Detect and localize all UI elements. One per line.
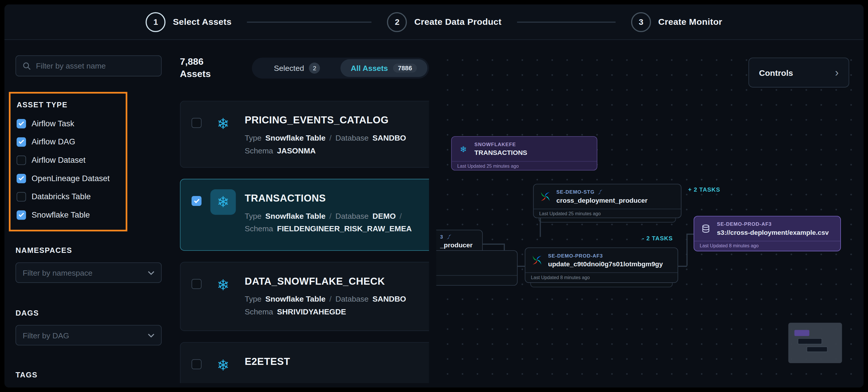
meta-value: Snowflake Table: [266, 133, 326, 142]
asset-title: TRANSACTIONS: [245, 193, 412, 205]
meta-separator: /: [329, 211, 331, 220]
node-name-fragment: _producer: [440, 241, 472, 249]
controls-label: Controls: [759, 68, 793, 77]
namespace-filter-dropdown[interactable]: Filter by namespace: [16, 263, 162, 283]
check-icon: [19, 211, 24, 217]
step-2-circle: 2: [387, 12, 407, 32]
checkbox[interactable]: [17, 210, 26, 219]
checkbox[interactable]: [17, 137, 26, 146]
node-footer: [436, 275, 517, 284]
check-icon: [19, 120, 24, 125]
checkbox[interactable]: [17, 192, 26, 201]
graph-node-update-task[interactable]: SE-DEMO-PROD-AF3 update_c9t0dnoi0g7s01lo…: [525, 247, 678, 283]
snowflake-icon: ❄: [210, 189, 236, 215]
node-namespace: SE-DEMO-STG: [556, 189, 594, 194]
node-namespace: SE-DEMO-PROD-AF3: [548, 252, 603, 258]
check-icon: [194, 198, 199, 203]
asset-title: E2ETEST: [245, 356, 290, 367]
graph-minimap[interactable]: [788, 323, 842, 363]
meta-label: Type: [245, 295, 261, 303]
expand-tasks-badge[interactable]: + 2 TASKS: [688, 186, 720, 193]
meta-value: Snowflake Table: [266, 295, 326, 303]
wizard-stepper: 1 Select Assets 2 Create Data Product 3 …: [4, 4, 864, 40]
asset-count-value: 7,886: [180, 56, 211, 68]
controls-button[interactable]: Controls ›: [748, 57, 849, 87]
app: 1 Select Assets 2 Create Data Product 3 …: [0, 0, 868, 392]
asset-checkbox[interactable]: [192, 359, 202, 369]
asset-meta-line: Type Snowflake Table / Database SANDBO: [245, 295, 406, 303]
app-frame: 1 Select Assets 2 Create Data Product 3 …: [4, 4, 864, 387]
checkbox[interactable]: [17, 174, 26, 183]
asset-tabs: Selected 2 All Assets 7886: [252, 57, 429, 79]
snowflake-icon: ❄: [210, 272, 236, 298]
asset-card-body: PRICING_EVENTS_CATALOG Type Snowflake Ta…: [245, 110, 406, 158]
meta-label: Database: [335, 295, 369, 303]
tab-all-assets[interactable]: All Assets 7886: [340, 59, 427, 77]
asset-card-data-snowflake-check[interactable]: ❄ DATA_SNOWFLAKE_CHECK Type Snowflake Ta…: [180, 262, 429, 331]
checkbox[interactable]: [17, 155, 26, 164]
asset-checkbox[interactable]: [192, 279, 202, 289]
search-input[interactable]: [36, 62, 154, 70]
dropdown-placeholder: Filter by DAG: [23, 331, 69, 339]
database-icon: [700, 224, 712, 233]
stepper-connector: [247, 21, 372, 23]
step-create-data-product[interactable]: 2 Create Data Product: [387, 12, 501, 32]
asset-meta-line: Type Snowflake Table / Database DEMO /: [245, 211, 412, 220]
checkbox-row-openlineage-dataset[interactable]: OpenLineage Dataset: [17, 172, 110, 184]
airflow-icon: [446, 234, 452, 240]
graph-node-clipped[interactable]: [436, 250, 518, 285]
node-name: cross_deployment_producer: [556, 196, 648, 204]
tags-heading: TAGS: [16, 371, 37, 379]
chevron-down-icon: [148, 333, 155, 337]
step-3-circle: 3: [631, 12, 651, 32]
airflow-icon: [531, 255, 543, 265]
checkbox-label: OpenLineage Dataset: [31, 174, 110, 183]
checkbox-row-databricks-table[interactable]: Databricks Table: [17, 190, 91, 203]
asset-card-e2etest[interactable]: ❄ E2ETEST: [180, 342, 429, 383]
node-name: s3://cross-deployment/example.csv: [717, 229, 829, 236]
lineage-graph-canvas[interactable]: ❄ SNOWFLAKEFE TRANSACTIONS Last Updated …: [436, 49, 857, 383]
asset-title: DATA_SNOWFLAKE_CHECK: [245, 276, 406, 287]
asset-card-pricing-events-catalog[interactable]: ❄ PRICING_EVENTS_CATALOG Type Snowflake …: [180, 101, 429, 168]
asset-count-label: Assets: [180, 68, 211, 80]
checkbox-row-snowflake-table[interactable]: Snowflake Table: [17, 209, 90, 221]
dropdown-placeholder: Filter by namespace: [23, 268, 92, 277]
graph-node-s3-example-csv[interactable]: SE-DEMO-PROD-AF3 s3://cross-deployment/e…: [693, 216, 841, 251]
node-namespace: SE-DEMO-PROD-AF3: [717, 221, 772, 227]
meta-label: Type: [245, 133, 261, 142]
checkbox[interactable]: [17, 119, 26, 128]
checkbox-row-airflow-task[interactable]: Airflow Task: [17, 117, 74, 129]
snowflake-icon: ❄: [210, 111, 236, 137]
dag-filter-dropdown[interactable]: Filter by DAG: [16, 325, 162, 345]
tab-selected[interactable]: Selected 2: [253, 59, 340, 77]
graph-node-transactions[interactable]: ❄ SNOWFLAKEFE TRANSACTIONS Last Updated …: [451, 136, 597, 171]
step-create-monitor[interactable]: 3 Create Monitor: [631, 12, 722, 32]
checkbox-label: Snowflake Table: [31, 210, 90, 219]
asset-search[interactable]: [16, 55, 162, 77]
check-icon: [19, 175, 24, 180]
meta-value: JASONMA: [277, 146, 316, 155]
airflow-icon: [539, 192, 552, 202]
stepper-connector: [517, 21, 616, 23]
selected-count-badge: 2: [309, 62, 320, 73]
asset-checkbox[interactable]: [192, 196, 202, 206]
asset-count: 7,886 Assets: [180, 56, 211, 81]
graph-node-cross-deployment-producer[interactable]: SE-DEMO-STG cross_deployment_producer La…: [533, 184, 682, 218]
meta-value: Snowflake Table: [266, 211, 326, 220]
asset-list: ❄ PRICING_EVENTS_CATALOG Type Snowflake …: [180, 101, 429, 383]
chevron-down-icon: [148, 270, 155, 275]
airflow-icon: [597, 189, 603, 194]
namespaces-heading: NAMESPACES: [16, 246, 72, 254]
step-1-label: Select Assets: [173, 17, 231, 27]
asset-title: PRICING_EVENTS_CATALOG: [245, 115, 406, 126]
asset-card-transactions[interactable]: ❄ TRANSACTIONS Type Snowflake Table / Da…: [180, 179, 429, 251]
step-1-circle: 1: [146, 12, 166, 32]
collapse-tasks-badge[interactable]: - 2 TASKS: [642, 235, 673, 241]
asset-checkbox[interactable]: [192, 118, 202, 128]
checkbox-row-airflow-dataset[interactable]: Airflow Dataset: [17, 154, 86, 166]
meta-label: Schema: [245, 146, 273, 155]
minimap-node: [798, 338, 822, 344]
step-select-assets[interactable]: 1 Select Assets: [146, 12, 231, 32]
checkbox-row-airflow-dag[interactable]: Airflow DAG: [17, 135, 75, 148]
lineage-edge: [483, 244, 504, 244]
